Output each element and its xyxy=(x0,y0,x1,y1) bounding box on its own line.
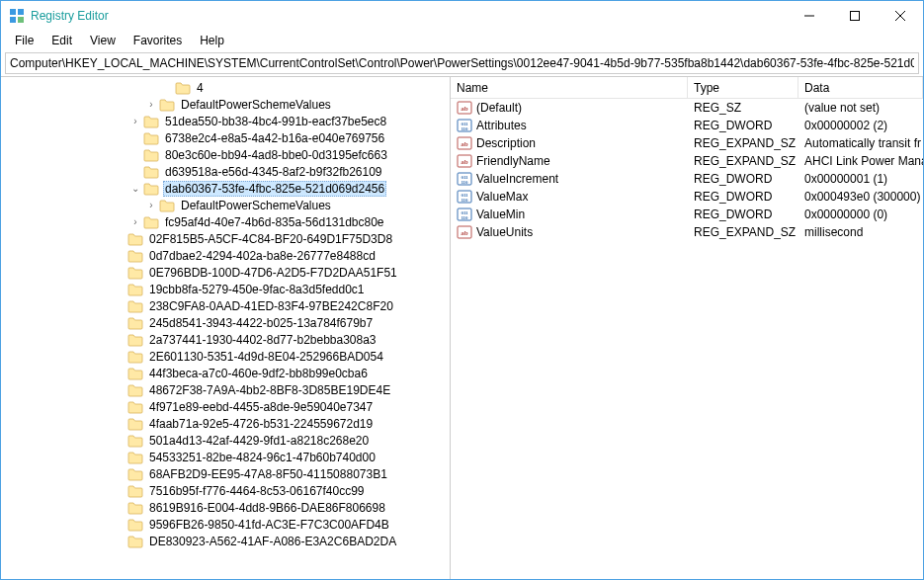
tree-item[interactable]: ›0E796BDB-100D-47D6-A2D5-F7D2DAA51F51 xyxy=(1,264,450,281)
tree-item[interactable]: ›2E601130-5351-4d9d-8E04-252966BAD054 xyxy=(1,348,450,365)
minimize-button[interactable] xyxy=(787,1,832,31)
tree-item[interactable]: ›9596FB26-9850-41fd-AC3E-F7C3C00AFD4B xyxy=(1,516,450,533)
tree-item[interactable]: ›19cbb8fa-5279-450e-9fac-8a3d5fedd0c1 xyxy=(1,281,450,297)
svg-rect-2 xyxy=(10,17,16,23)
tree-item[interactable]: ›501a4d13-42af-4429-9fd1-a8218c268e20 xyxy=(1,432,450,449)
value-row[interactable]: ValueMinREG_DWORD0x00000000 (0) xyxy=(451,206,923,223)
value-row[interactable]: AttributesREG_DWORD0x00000002 (2) xyxy=(451,117,923,134)
tree-item[interactable]: ›4 xyxy=(1,79,450,96)
folder-icon xyxy=(127,316,143,330)
value-row[interactable]: ValueIncrementREG_DWORD0x00000001 (1) xyxy=(451,170,923,188)
folder-icon xyxy=(127,501,143,515)
chevron-down-icon[interactable]: ⌄ xyxy=(127,181,143,197)
tree-item[interactable]: ›51dea550-bb38-4bc4-991b-eacf37be5ec8 xyxy=(1,113,450,129)
column-data[interactable]: Data xyxy=(798,77,923,98)
menu-favorites[interactable]: Favorites xyxy=(126,32,190,49)
tree-item[interactable]: ⌄dab60367-53fe-4fbc-825e-521d069d2456 xyxy=(1,180,450,197)
binary-value-icon xyxy=(457,171,472,187)
value-row[interactable]: DescriptionREG_EXPAND_SZAutomatically tr… xyxy=(451,134,923,152)
tree-item[interactable]: ›DefaultPowerSchemeValues xyxy=(1,197,450,213)
tree-item[interactable]: ›48672F38-7A9A-4bb2-8BF8-3D85BE19DE4E xyxy=(1,381,450,398)
svg-rect-1 xyxy=(18,9,24,15)
folder-icon xyxy=(159,98,175,112)
column-type[interactable]: Type xyxy=(688,77,798,98)
list-body[interactable]: (Default)REG_SZ(value not set)Attributes… xyxy=(451,99,923,562)
tree-item[interactable]: ›238C9FA8-0AAD-41ED-83F4-97BE242C8F20 xyxy=(1,297,450,314)
tree-item[interactable]: ›245d8541-3943-4422-b025-13a784f679b7 xyxy=(1,314,450,331)
svg-rect-3 xyxy=(18,17,24,23)
list-horizontal-scrollbar[interactable] xyxy=(451,562,923,579)
tree-item[interactable]: ›80e3c60e-bb94-4ad8-bbe0-0d3195efc663 xyxy=(1,146,450,163)
tree-pane[interactable]: ›4›DefaultPowerSchemeValues›51dea550-bb3… xyxy=(1,77,451,579)
tree-item[interactable]: ›0d7dbae2-4294-402a-ba8e-26777e8488cd xyxy=(1,247,450,264)
binary-value-icon xyxy=(457,189,472,205)
chevron-right-icon[interactable]: › xyxy=(127,114,143,129)
list-header: Name Type Data xyxy=(451,77,923,99)
tree-item[interactable]: ›4f971e89-eebd-4455-a8de-9e59040e7347 xyxy=(1,398,450,415)
column-name[interactable]: Name xyxy=(451,77,688,98)
value-type: REG_EXPAND_SZ xyxy=(688,154,798,168)
folder-icon xyxy=(127,232,143,246)
chevron-right-icon[interactable]: › xyxy=(143,198,159,213)
value-data: Automatically transit fr xyxy=(798,136,923,150)
value-name: ValueUnits xyxy=(476,225,533,239)
tree-item[interactable]: ›68AFB2D9-EE95-47A8-8F50-4115088073B1 xyxy=(1,465,450,482)
folder-icon xyxy=(127,249,143,263)
folder-icon xyxy=(127,299,143,313)
tree-item[interactable]: ›54533251-82be-4824-96c1-47b60b740d00 xyxy=(1,449,450,465)
chevron-right-icon[interactable]: › xyxy=(127,214,143,230)
chevron-right-icon[interactable]: › xyxy=(143,97,159,113)
tree-item-label: 4faab71a-92e5-4726-b531-224559672d19 xyxy=(147,417,375,431)
tree-item-label: 4f971e89-eebd-4455-a8de-9e59040e7347 xyxy=(147,400,375,414)
folder-icon xyxy=(143,131,159,145)
folder-icon xyxy=(143,165,159,179)
value-name: ValueMin xyxy=(476,207,525,221)
menu-view[interactable]: View xyxy=(82,32,124,49)
menu-edit[interactable]: Edit xyxy=(43,32,80,49)
tree-item[interactable]: ›8619B916-E004-4dd8-9B66-DAE86F806698 xyxy=(1,499,450,516)
value-name: ValueMax xyxy=(476,190,528,204)
value-row[interactable]: FriendlyNameREG_EXPAND_SZAHCI Link Power… xyxy=(451,152,923,170)
folder-icon xyxy=(175,81,191,95)
address-input[interactable] xyxy=(6,54,918,72)
value-type: REG_SZ xyxy=(688,101,798,115)
tree-item-label: 8619B916-E004-4dd8-9B66-DAE86F806698 xyxy=(147,501,387,515)
tree-item-label: 0d7dbae2-4294-402a-ba8e-26777e8488cd xyxy=(147,249,378,263)
tree-item[interactable]: ›7516b95f-f776-4464-8c53-06167f40cc99 xyxy=(1,482,450,499)
folder-icon xyxy=(127,367,143,380)
menu-file[interactable]: File xyxy=(7,32,42,49)
tree-item[interactable]: ›2a737441-1930-4402-8d77-b2bebba308a3 xyxy=(1,331,450,348)
folder-icon xyxy=(127,383,143,397)
tree-item-label: 80e3c60e-bb94-4ad8-bbe0-0d3195efc663 xyxy=(163,148,389,162)
value-type: REG_EXPAND_SZ xyxy=(688,136,798,150)
tree-item[interactable]: ›6738e2c4-e8a5-4a42-b16a-e040e769756 xyxy=(1,129,450,146)
tree-item[interactable]: ›DefaultPowerSchemeValues xyxy=(1,96,450,113)
tree-item-label: 68AFB2D9-EE95-47A8-8F50-4115088073B1 xyxy=(147,467,389,481)
value-row[interactable]: ValueUnitsREG_EXPAND_SZmillisecond xyxy=(451,223,923,241)
tree-item-label: DE830923-A562-41AF-A086-E3A2C6BAD2DA xyxy=(147,535,398,548)
tree-item[interactable]: ›DE830923-A562-41AF-A086-E3A2C6BAD2DA xyxy=(1,533,450,549)
menu-help[interactable]: Help xyxy=(192,32,232,49)
tree-item[interactable]: ›44f3beca-a7c0-460e-9df2-bb8b99e0cba6 xyxy=(1,365,450,381)
value-name: ValueIncrement xyxy=(476,172,558,186)
titlebar: Registry Editor xyxy=(1,1,923,31)
folder-icon xyxy=(143,148,159,162)
tree-item-label: 7516b95f-f776-4464-8c53-06167f40cc99 xyxy=(147,484,367,498)
value-type: REG_EXPAND_SZ xyxy=(688,225,798,239)
tree-item-label: 51dea550-bb38-4bc4-991b-eacf37be5ec8 xyxy=(163,115,388,128)
tree-item[interactable]: ›fc95af4d-40e7-4b6d-835a-56d131dbc80e xyxy=(1,213,450,230)
value-type: REG_DWORD xyxy=(688,207,798,221)
list-pane: Name Type Data (Default)REG_SZ(value not… xyxy=(451,77,923,579)
value-row[interactable]: ValueMaxREG_DWORD0x000493e0 (300000) xyxy=(451,188,923,206)
binary-value-icon xyxy=(457,118,472,133)
tree-item[interactable]: ›d639518a-e56d-4345-8af2-b9f32fb26109 xyxy=(1,163,450,180)
maximize-button[interactable] xyxy=(832,1,878,31)
value-row[interactable]: (Default)REG_SZ(value not set) xyxy=(451,99,923,117)
close-button[interactable] xyxy=(878,1,923,31)
menubar: File Edit View Favorites Help xyxy=(1,31,923,50)
tree-item-label: 54533251-82be-4824-96c1-47b60b740d00 xyxy=(147,451,378,464)
tree-item[interactable]: ›4faab71a-92e5-4726-b531-224559672d19 xyxy=(1,415,450,432)
tree-item[interactable]: ›02F815B5-A5CF-4C84-BF20-649D1F75D3D8 xyxy=(1,230,450,247)
tree-item-label: 501a4d13-42af-4429-9fd1-a8218c268e20 xyxy=(147,434,371,448)
address-bar xyxy=(5,52,919,74)
